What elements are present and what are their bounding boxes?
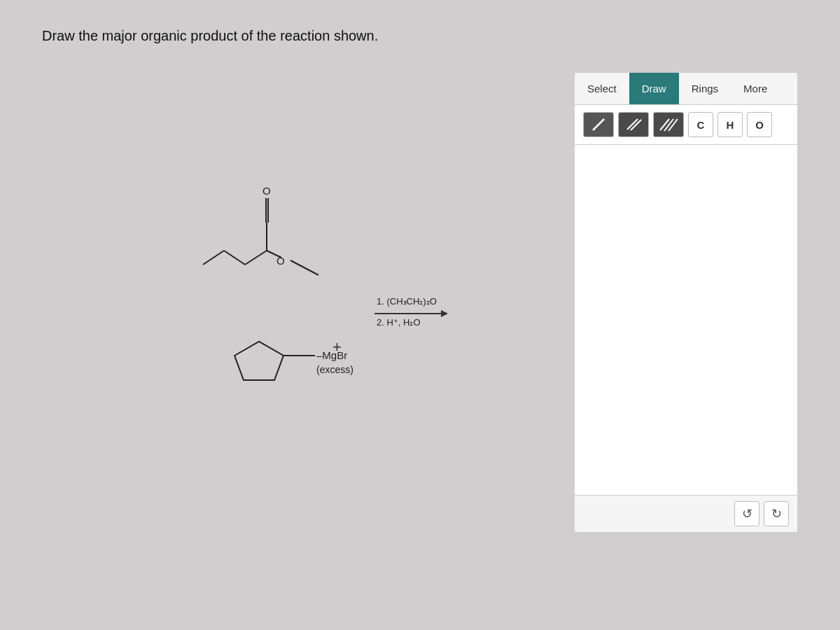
reaction-svg: O O bbox=[119, 114, 469, 408]
single-bond-button[interactable] bbox=[583, 112, 614, 137]
svg-text:–MgBr: –MgBr bbox=[316, 349, 347, 361]
tool-panel: Select Draw Rings More bbox=[574, 72, 798, 533]
redo-button[interactable]: ↻ bbox=[764, 501, 789, 526]
svg-line-23 bbox=[664, 119, 673, 131]
question-title: Draw the major organic product of the re… bbox=[42, 28, 798, 44]
bottom-toolbar: ↺ ↻ bbox=[575, 495, 797, 532]
reaction-area: O O bbox=[42, 72, 546, 408]
svg-line-9 bbox=[203, 251, 224, 265]
svg-text:2. H⁺, H₂O: 2. H⁺, H₂O bbox=[377, 317, 421, 328]
svg-line-7 bbox=[245, 251, 267, 265]
svg-line-8 bbox=[224, 251, 245, 265]
draw-tool-button[interactable]: Draw bbox=[629, 73, 679, 104]
svg-marker-16 bbox=[441, 310, 448, 317]
bond-toolbar: C H O bbox=[575, 105, 797, 145]
svg-line-19 bbox=[593, 119, 604, 130]
svg-line-22 bbox=[660, 119, 669, 130]
undo-icon: ↺ bbox=[742, 506, 752, 522]
tool-toolbar: Select Draw Rings More bbox=[575, 73, 797, 105]
svg-marker-11 bbox=[234, 342, 284, 380]
rings-tool-button[interactable]: Rings bbox=[679, 73, 731, 104]
redo-icon: ↻ bbox=[771, 506, 782, 522]
svg-line-6 bbox=[290, 260, 318, 275]
triple-bond-button[interactable] bbox=[653, 112, 684, 137]
more-tool-button[interactable]: More bbox=[731, 73, 780, 104]
hydrogen-atom-button[interactable]: H bbox=[718, 112, 743, 137]
double-bond-button[interactable] bbox=[618, 112, 649, 137]
oxygen-atom-button[interactable]: O bbox=[747, 112, 772, 137]
svg-line-5 bbox=[267, 251, 281, 258]
undo-button[interactable]: ↺ bbox=[734, 501, 760, 526]
svg-text:(excess): (excess) bbox=[316, 364, 354, 375]
svg-text:O: O bbox=[262, 185, 271, 197]
select-tool-button[interactable]: Select bbox=[575, 73, 629, 104]
svg-text:1. (CH₃CH₂)₂O: 1. (CH₃CH₂)₂O bbox=[377, 296, 437, 307]
carbon-atom-button[interactable]: C bbox=[688, 112, 713, 137]
svg-line-24 bbox=[668, 119, 678, 131]
drawing-canvas[interactable] bbox=[575, 145, 797, 495]
